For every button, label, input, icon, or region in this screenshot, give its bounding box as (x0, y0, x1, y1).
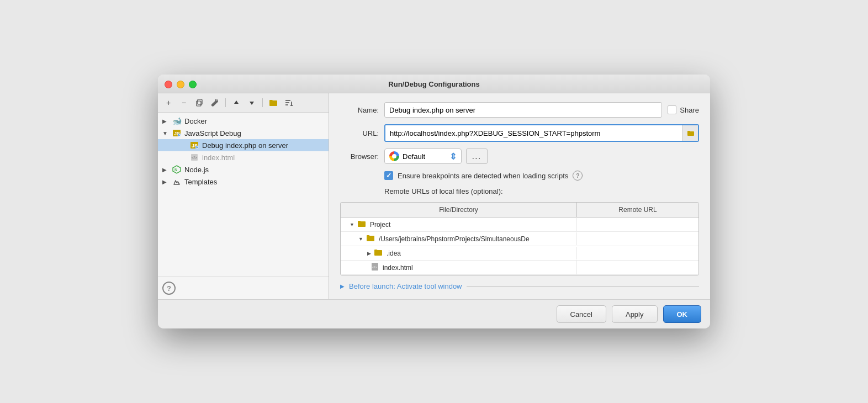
browser-dots-button[interactable]: ... (466, 149, 488, 164)
toolbar-separator-2 (262, 98, 263, 107)
move-up-button[interactable] (230, 97, 242, 109)
help-button[interactable]: ? (162, 282, 176, 295)
before-launch-line (467, 286, 699, 287)
folder-icon (269, 99, 277, 106)
table-body: ▼ Project ▼ (341, 218, 698, 275)
url-input[interactable] (385, 125, 682, 141)
svg-marker-2 (234, 100, 239, 104)
table-cell-name: ▼ /Users/jetbrains/PhpstormProjects/Simu… (341, 232, 577, 245)
copy-config-button[interactable] (193, 97, 205, 109)
browse-folder-icon (687, 130, 694, 136)
idea-folder-name: .idea (387, 250, 401, 257)
folder-icon-sm (367, 235, 374, 243)
share-area: Share (668, 105, 699, 114)
dialog-title: Run/Debug Configurations (388, 80, 479, 88)
add-config-button[interactable]: + (162, 97, 174, 109)
checkbox-help-icon[interactable]: ? (573, 171, 583, 181)
svg-marker-7 (291, 101, 292, 103)
before-launch-text: Before launch: Activate tool window (349, 282, 462, 290)
table-header: File/Directory Remote URL (341, 203, 698, 218)
name-input[interactable] (384, 102, 662, 118)
title-bar: Run/Debug Configurations (158, 75, 710, 93)
url-browse-button[interactable] (682, 125, 698, 141)
index-html-file-name: index.html (383, 264, 413, 272)
checkbox-label: Ensure breakpoints are detected when loa… (398, 172, 568, 180)
col-file-directory: File/Directory (341, 203, 577, 217)
run-debug-dialog: Run/Debug Configurations + − (158, 75, 710, 328)
docker-label: Docker (184, 117, 207, 125)
tree-item-debug-php[interactable]: JS D Debug index.php on server (158, 139, 329, 151)
folder-icon-sm (374, 249, 382, 257)
idea-expand-icon: ▶ (367, 251, 371, 256)
wrench-icon (211, 99, 219, 107)
svg-text:D: D (179, 134, 181, 137)
right-panel: Name: Share URL: (329, 93, 710, 299)
before-launch-section[interactable]: ▶ Before launch: Activate tool window (340, 282, 699, 290)
jsdebug-label: JavaScript Debug (184, 129, 241, 137)
jsdebug-icon: JS D (171, 129, 182, 137)
folder-icon-sm (358, 220, 366, 229)
cancel-button[interactable]: Cancel (557, 305, 606, 323)
svg-text:</>: </> (192, 156, 197, 160)
tree-item-jsdebug[interactable]: ▼ JS D JavaScript Debug (158, 127, 329, 139)
chrome-icon (389, 151, 399, 161)
table-cell-remote (577, 251, 698, 256)
users-expand-icon: ▼ (358, 236, 363, 242)
col-remote-url: Remote URL (577, 203, 698, 217)
table-cell-remote (577, 237, 698, 241)
nodejs-expand-arrow: ▶ (162, 167, 171, 173)
tree-item-docker[interactable]: ▶ 🐋 Docker (158, 115, 329, 127)
checkbox-row: ✓ Ensure breakpoints are detected when l… (340, 171, 699, 181)
templates-icon (171, 177, 182, 186)
table-row[interactable]: ▶ .idea (341, 246, 698, 261)
svg-text:D: D (197, 146, 199, 149)
nodejs-label: Node.js (184, 166, 209, 174)
tree-item-index-html[interactable]: </> index.html (158, 151, 329, 163)
toolbar-separator (225, 98, 226, 107)
breakpoints-checkbox[interactable]: ✓ (384, 171, 393, 180)
settings-button[interactable] (209, 97, 221, 109)
table-cell-name: ▼ Project (341, 218, 577, 231)
share-label: Share (680, 106, 699, 114)
project-expand-icon: ▼ (350, 222, 354, 227)
jsdebug-expand-arrow: ▼ (162, 130, 171, 136)
main-content: + − (158, 93, 710, 299)
browser-select[interactable]: Default ⇕ (384, 149, 462, 164)
left-panel: + − (158, 93, 329, 299)
maximize-button[interactable] (189, 81, 197, 88)
docker-expand-arrow: ▶ (162, 118, 171, 124)
sort-button[interactable] (283, 97, 295, 109)
table-row[interactable]: </> index.html (341, 261, 698, 275)
debug-php-label: Debug index.php on server (202, 141, 288, 150)
remote-urls-label: Remote URLs of local files (optional): (340, 187, 699, 195)
ok-button[interactable]: OK (663, 305, 702, 323)
remove-config-button[interactable]: − (178, 97, 190, 109)
browser-row: Browser: Default ⇕ ... (340, 149, 699, 164)
move-down-button[interactable] (246, 97, 258, 109)
share-checkbox[interactable] (668, 105, 676, 114)
tree-item-nodejs[interactable]: ▶ N Node.js (158, 163, 329, 176)
up-arrow-icon (233, 99, 240, 106)
svg-rect-1 (198, 99, 202, 104)
templates-expand-arrow: ▶ (162, 179, 171, 185)
select-arrows-icon: ⇕ (449, 151, 457, 162)
config-tree: ▶ 🐋 Docker ▼ JS D JavaScr (158, 113, 329, 277)
remote-urls-table: File/Directory Remote URL ▼ Project (340, 202, 699, 275)
svg-marker-3 (250, 102, 254, 105)
url-row: URL: (340, 124, 699, 142)
apply-button[interactable]: Apply (612, 305, 658, 323)
table-row[interactable]: ▼ /Users/jetbrains/PhpstormProjects/Simu… (341, 232, 698, 246)
left-bottom: ? (158, 277, 329, 299)
users-path-name: /Users/jetbrains/PhpstormProjects/Simult… (379, 235, 530, 243)
svg-rect-0 (197, 101, 201, 106)
traffic-lights (165, 81, 197, 88)
new-folder-button[interactable] (267, 97, 279, 109)
debug-php-icon: JS D (189, 141, 200, 150)
name-row: Name: Share (340, 102, 699, 118)
tree-item-templates[interactable]: ▶ Templates (158, 176, 329, 188)
close-button[interactable] (165, 81, 172, 88)
table-row[interactable]: ▼ Project (341, 218, 698, 232)
tree-toolbar: + − (158, 93, 329, 113)
minimize-button[interactable] (177, 81, 184, 88)
table-cell-name: </> index.html (341, 261, 577, 274)
